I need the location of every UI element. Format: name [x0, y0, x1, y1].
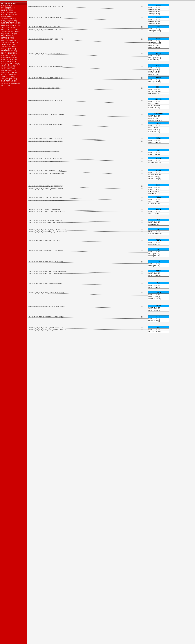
sidebar-item-7[interactable]: CUSTOMER [CHAR (10)] [0, 18, 27, 20]
conn-label-4: BAPI2017_GM_ITEM_02-PROFIT_CTR = CEPC-PR… [29, 38, 63, 40]
multiplicity-35: 0..N [141, 292, 144, 294]
entity-header-T027A: T027A [148, 239, 169, 241]
sidebar-item-25[interactable]: MOVE_PLANT [CHAR (4)] [0, 56, 27, 58]
entity-field-T156-0: MANDT [CLNT (3)] [148, 284, 169, 286]
sidebar-header [0, 2, 27, 3]
entity-field-RESB-3: RSART [CHAR (1)] [148, 193, 169, 195]
sidebar-item-27[interactable]: MOVE_BAT [CHAR (10)] [0, 61, 27, 63]
sidebar-item-1[interactable]: PLANT [CHAR (4)] [0, 5, 27, 7]
entity-field-T157D-1: BWART [CHAR (3)] [148, 296, 169, 298]
sidebar-item-18[interactable]: COSTCENTER [CHAR (10)] [0, 41, 27, 44]
sidebar-item-28[interactable]: MOVE_VAL_TYPE [CHAR (10)] [0, 63, 27, 65]
sidebar-item-12[interactable]: ENTRY_UOM_ISO [CHAR (3)] [0, 28, 27, 30]
entity-MCHA: MCHAMANDT [CLNT (3)]MATNR [CHAR (18)]WER… [148, 169, 169, 180]
sidebar-item-26[interactable]: MOVE_STLOC [CHAR (4)] [0, 58, 27, 61]
sidebar-item-33[interactable]: PART_ACCT [CHAR (10)] [0, 74, 27, 76]
entity-field-ANLH-1: BUKRS [CHAR (4)] [148, 20, 169, 23]
entity-field-TBMOT-0: MANDT [CLNT (3)] [148, 307, 169, 309]
conn-label-7: BAPI2017_GM_ITEM_02-PO_NUMBER = EKKO-EBE… [29, 77, 63, 79]
conn-label-0: BAPI2017_GM_ITEM_02-SUB_NUMBER = ANLA-AN… [29, 6, 64, 7]
entity-field-T006-1: MSEHI [UNIT (3)] [148, 223, 169, 226]
entity-field-LFA1-1: LIFNR [CHAR (10)] [148, 154, 169, 156]
multiplicity-10: 0..N [141, 114, 144, 115]
entity-MARA: MARAMANDT [CLNT (3)]MATNR [CHAR (18)] [148, 157, 169, 164]
entity-T149D: T149DMANDT [CLNT (3)]BWTAR [CHAR (10)] [148, 270, 169, 276]
entity-field-CKPH-2: DATBI [DATS (8)] [148, 59, 169, 61]
entity-field-MCHA-1: MATNR [CHAR (18)] [148, 174, 169, 176]
multiplicity-13: 0..N [141, 140, 144, 142]
entity-AUFK: AUFKMANDT [CLNT (3)]AUFNR [CHAR (12)] [148, 25, 169, 32]
conn-label-27: BAPI2017_GM_ITEM_02-ENTRY_UOM_ISO = T006… [29, 229, 67, 230]
sidebar-item-2[interactable]: STGE_LOC [CHAR (4)] [0, 7, 27, 9]
entity-FMFINCODE: FMFINCODEMANDT [CLNT (3)]FIKRS [CHAR (4)… [148, 113, 169, 122]
entity-field-EKPO-0: MANDT [CLNT (3)] [148, 88, 169, 90]
entity-field-RESB-2: RSPOS [NUMC (4)] [148, 190, 169, 193]
entity-field-KNA1-0: MANDT [CLNT (3)] [148, 139, 169, 141]
entity-field-FMFCTR-2: FICTR [CHAR (16)] [148, 104, 169, 107]
sidebar-item-19[interactable]: ORDERID [CHAR (12)] [0, 44, 27, 46]
entity-field-FMFINCODE-1: FIKRS [CHAR (4)] [148, 117, 169, 119]
sidebar-item-0[interactable]: MATERIAL [CHAR (18)] [0, 3, 27, 5]
multiplicity-24: 0..N [141, 211, 144, 212]
conn-label-15: BAPI2017_GM_ITEM_02-MATERIAL = MARA-MATN… [29, 158, 62, 159]
sidebar-item-16[interactable]: SHIPPING [CHAR (2)] [0, 37, 27, 39]
entity-CSKS: CSKSMANDT [CLNT (3)]KOKRS [CHAR (4)]KOST… [148, 64, 169, 76]
sidebar-item-15[interactable]: PO_ITEM [NUMC (5)] [0, 35, 27, 37]
sidebar-item-37[interactable]: VAL_SALES_ORD [CHAR (10)] [0, 82, 27, 84]
conn-label-3: BAPI2017_GM_ITEM_02-ORDERID = AUFK-AUFNR [29, 29, 61, 30]
conn-label-35: BAPI2017_GM_ITEM_02-MOVE_REAS = T157D-GR… [29, 292, 64, 294]
sidebar-item-30[interactable]: VAL_TYPE [CHAR (10)] [0, 67, 27, 69]
sidebar-item-21[interactable]: ASSET_NO [CHAR (12)] [0, 48, 27, 50]
entity-field-ANLH-0: MANDT [CLNT (3)] [148, 18, 169, 20]
sidebar-item-11[interactable]: ENTRY_UOM [UNIT (3)] [0, 26, 27, 28]
entity-T027A: T027AMANDT [CLNT (3)]EVERS [CHAR (2)] [148, 239, 169, 246]
sidebar-item-8[interactable]: SALES_ORD [CHAR (10)] [0, 20, 27, 22]
entity-field-MCHA-2: WERKS [CHAR (4)] [148, 176, 169, 178]
sidebar-item-13[interactable]: ORDERPR_UN_ISO [CHAR (3)] [0, 30, 27, 33]
sidebar-item-3[interactable]: BATCH [CHAR (10)] [0, 9, 27, 11]
sidebar-item-23[interactable]: RESERV_NO [NUMC (10)] [0, 52, 27, 54]
multiplicity-26: 0..N [141, 222, 144, 223]
sidebar-item-36[interactable]: CMMT_ITEM [CHAR (14)] [0, 80, 27, 82]
sidebar-item-34[interactable]: CURRENCY [CUKY (5)] [0, 76, 27, 78]
sidebar-item-24[interactable]: MOVE_MAT [CHAR (18)] [0, 54, 27, 56]
sidebar-item-35[interactable]: FUNDS_CTR [CHAR (16)] [0, 78, 27, 80]
conn-label-1: BAPI2017_GM_ITEM_02-ASSET_NO = ANLH-ANLN… [29, 17, 62, 18]
multiplicity-21: 0..N [141, 197, 144, 198]
conn-label-19: BAPI2017_GM_ITEM_02-RESERV_NO = RESB-RSN… [29, 186, 63, 187]
entity-T148: T148MANDT [CLNT (3)]SOBKZ [CHAR (1)] [148, 260, 169, 267]
entity-field-MARA-1: MATNR [CHAR (18)] [148, 162, 169, 164]
sidebar-item-22[interactable]: SUB_NUMBER [CHAR (4)] [0, 50, 27, 52]
entity-field-MCHA-3: CHARG [CHAR (10)] [148, 178, 169, 180]
sidebar-item-31[interactable]: COST_OBJ [CHAR (12)] [0, 69, 27, 72]
entity-field-KNA1-1: KUNNR [CHAR (10)] [148, 141, 169, 144]
sidebar-item-17[interactable]: COMP_SHIP [CHAR (2)] [0, 39, 27, 41]
entity-field-FMFPO-0: MANDT [CLNT (3)] [148, 124, 169, 126]
entity-T027C: T027CMANDT [CLNT (3)]EVERS [CHAR (2)]EVE… [148, 248, 169, 257]
conn-label-11: BAPI2017_GM_ITEM_02-CMMT_ITEM = FMFPO-FI… [29, 124, 63, 125]
conn-label-14: BAPI2017_GM_ITEM_02-VENDOR = LFA1-LIFNR [29, 150, 59, 152]
entity-ANLH: ANLHMANDT [CLNT (3)]BUKRS [CHAR (4)]ANLN… [148, 16, 169, 25]
sidebar-item-4[interactable]: MOVE_TYPE [CHAR (3)] [0, 11, 27, 14]
sidebar-item-20[interactable]: CALC_MOTIVE [CHAR (2)] [0, 46, 27, 48]
connectors-svg [27, 1, 195, 644]
entity-header-EKKO: EKKO [148, 76, 169, 79]
entity-header-AUFK: AUFK [148, 26, 169, 28]
sidebar: MATERIAL [CHAR (18)]PLANT [CHAR (4)]STGE… [0, 1, 27, 644]
sidebar-item-10[interactable]: SALES_ORD_SCHED [CHAR (4)] [0, 24, 27, 26]
multiplicity-32: 0..N [141, 271, 144, 272]
sidebar-item-14[interactable]: PO_NUMBER [CHAR (10)] [0, 33, 27, 35]
multiplicity-30: 0..N [141, 250, 144, 251]
entity-field-CEPC-2: DATBI [DATS (8)] [148, 44, 169, 46]
multiplicity-0: 0..N [141, 6, 144, 7]
sidebar-item-38[interactable]: 0..N 0..N N 0..N [0, 84, 27, 86]
multiplicity-34: 0..N [141, 283, 144, 284]
sidebar-item-32[interactable]: PROFIT_CTR [CHAR (10)] [0, 72, 27, 74]
entity-field-MARA-0: MANDT [CLNT (3)] [148, 159, 169, 162]
multiplicity-14: 0..N [141, 150, 144, 152]
sidebar-item-29[interactable]: MOVE_REAS [NUMC (4)] [0, 65, 27, 67]
sidebar-item-9[interactable]: SALES_ORD_ITEM [CHAR (10)] [0, 22, 27, 24]
sidebar-item-6[interactable]: VENDOR [CHAR (10)] [0, 16, 27, 18]
sidebar-item-5[interactable]: SPEC_STOCK [CHAR (1)] [0, 14, 27, 16]
conn-label-18: BAPI2017_GM_ITEM_02-MOVE_BATCH = MCHA-CH… [29, 173, 64, 174]
